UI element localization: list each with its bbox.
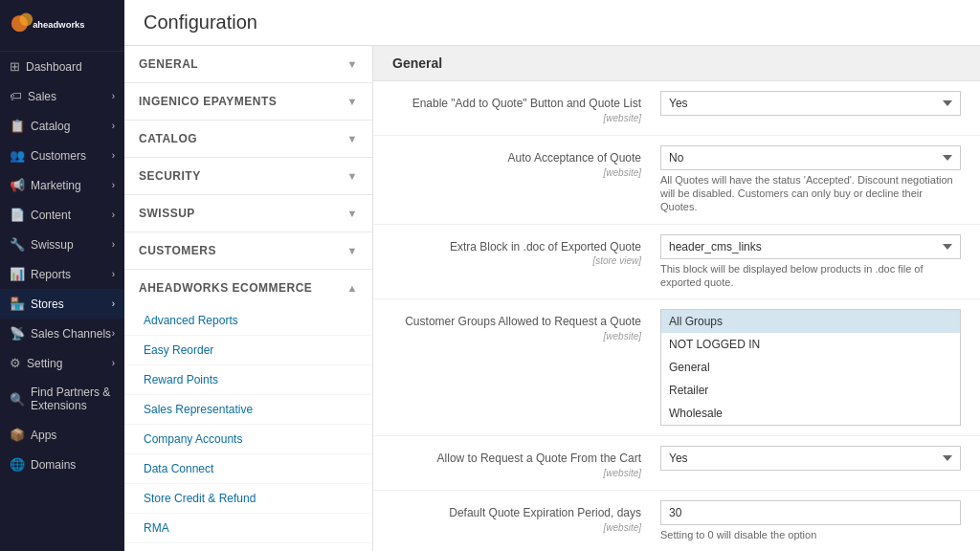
content-area: GENERAL ▼ INGENICO EPAYMENTS ▼ CATALOG ▼… bbox=[124, 46, 980, 551]
form-row-customer_groups: Customer Groups Allowed to Request a Quo… bbox=[373, 299, 980, 436]
form-row-auto_acceptance: Auto Acceptance of Quote[website]YesNoAl… bbox=[373, 136, 980, 225]
multiselect-option-retailer[interactable]: Retailer bbox=[661, 379, 960, 402]
sidebar-item-label: Sales bbox=[28, 90, 56, 103]
chevron-icon: › bbox=[112, 298, 115, 309]
svg-text:aheadworks: aheadworks bbox=[33, 19, 84, 30]
sidebar-item-label: Marketing bbox=[31, 179, 81, 192]
sidebar-item-catalog[interactable]: 📋 Catalog › bbox=[0, 111, 124, 141]
sidebar-item-customers[interactable]: 👥 Customers › bbox=[0, 141, 124, 170]
sales-icon: 🏷 bbox=[10, 89, 22, 103]
sidebar-item-label: Swissup bbox=[31, 238, 74, 252]
dashboard-icon: ⊞ bbox=[10, 59, 20, 74]
sidebar-item-label: Customers bbox=[31, 149, 86, 163]
reports-icon: 📊 bbox=[10, 267, 25, 281]
form-label-allow_from_cart: Allow to Request a Quote From the Cart[w… bbox=[392, 446, 660, 480]
chevron-icon: › bbox=[112, 209, 115, 220]
sub-item-rma[interactable]: RMA bbox=[124, 514, 372, 543]
chevron-aheadworks-icon: ▲ bbox=[347, 282, 358, 294]
swissup-icon: 🔧 bbox=[10, 237, 25, 252]
input-expiration_period[interactable] bbox=[660, 500, 961, 525]
sidebar-item-sales_channels[interactable]: 📡 Sales Channels › bbox=[0, 319, 124, 348]
form-label-enable_add_to_quote: Enable "Add to Quote" Button and Quote L… bbox=[392, 91, 660, 125]
sales_channels-icon: 📡 bbox=[10, 326, 25, 341]
select-allow_from_cart[interactable]: YesNo bbox=[660, 446, 961, 471]
accordion-label-catalog: CATALOG bbox=[139, 132, 197, 145]
sidebar-item-label: Find Partners & Extensions bbox=[31, 386, 115, 412]
sidebar-item-content[interactable]: 📄 Content › bbox=[0, 200, 124, 230]
sidebar-item-label: Dashboard bbox=[26, 60, 82, 74]
chevron-swissup-icon: ▼ bbox=[347, 208, 358, 219]
sub-item-sales_representative[interactable]: Sales Representative bbox=[124, 395, 372, 425]
sub-item-store_credit[interactable]: Store Credit & Refund bbox=[124, 484, 372, 514]
domains-icon: 🌐 bbox=[10, 457, 25, 472]
accordion-header-swissup[interactable]: SWISSUP ▼ bbox=[124, 195, 372, 231]
chevron-icon: › bbox=[112, 269, 115, 279]
accordion-header-customers[interactable]: CUSTOMERS ▼ bbox=[124, 232, 372, 269]
sidebar-item-dashboard[interactable]: ⊞ Dashboard bbox=[0, 52, 124, 81]
form-label-customer_groups: Customer Groups Allowed to Request a Quo… bbox=[392, 309, 660, 343]
accordion-header-catalog[interactable]: CATALOG ▼ bbox=[124, 121, 372, 157]
chevron-catalog-icon: ▼ bbox=[347, 133, 358, 144]
form-control-wrap-enable_add_to_quote: YesNo bbox=[660, 91, 961, 116]
sidebar-item-marketing[interactable]: 📢 Marketing › bbox=[0, 170, 124, 200]
form-control-wrap-allow_from_cart: YesNo bbox=[660, 446, 961, 471]
chevron-icon: › bbox=[112, 328, 115, 339]
content-icon: 📄 bbox=[10, 208, 25, 222]
sidebar-item-sales[interactable]: 🏷 Sales › bbox=[0, 81, 124, 111]
form-label-expiration_period: Default Quote Expiration Period, days[we… bbox=[392, 500, 660, 535]
form-label-extra_block: Extra Block in .doc of Exported Quote[st… bbox=[392, 234, 660, 269]
accordion-label-ingenico: INGENICO EPAYMENTS bbox=[139, 95, 277, 108]
apps-icon: 📦 bbox=[10, 428, 25, 442]
sidebar-item-label: Sales Channels bbox=[31, 327, 111, 341]
sidebar-item-label: Setting bbox=[27, 357, 62, 370]
accordion-item-general: GENERAL ▼ bbox=[124, 46, 372, 83]
sidebar-item-find_partners[interactable]: 🔍 Find Partners & Extensions bbox=[0, 378, 124, 420]
form-control-wrap-auto_acceptance: YesNoAll Quotes will have the status 'Ac… bbox=[660, 145, 961, 214]
sidebar-item-apps[interactable]: 📦 Apps bbox=[0, 420, 124, 450]
find_partners-icon: 🔍 bbox=[10, 392, 25, 407]
sidebar-item-domains[interactable]: 🌐 Domains bbox=[0, 450, 124, 479]
sidebar-item-label: Content bbox=[31, 209, 71, 222]
sidebar-item-label: Catalog bbox=[31, 120, 70, 133]
sidebar-item-reports[interactable]: 📊 Reports › bbox=[0, 259, 124, 289]
sub-item-easy_reorder[interactable]: Easy Reorder bbox=[124, 336, 372, 365]
select-extra_block[interactable]: header_cms_links bbox=[660, 234, 961, 259]
sub-item-advanced_reports[interactable]: Advanced Reports bbox=[124, 306, 372, 336]
chevron-icon: › bbox=[112, 239, 115, 250]
multiselect-customer_groups[interactable]: All GroupsNOT LOGGED INGeneralRetailerWh… bbox=[660, 309, 961, 426]
sidebar-item-setting[interactable]: ⚙ Setting › bbox=[0, 348, 124, 378]
select-auto_acceptance[interactable]: YesNo bbox=[660, 145, 961, 170]
accordion-header-ingenico[interactable]: INGENICO EPAYMENTS ▼ bbox=[124, 83, 372, 120]
customers-icon: 👥 bbox=[10, 148, 25, 163]
multiselect-option-not-logged-in[interactable]: NOT LOGGED IN bbox=[661, 333, 960, 356]
accordion-header-aheadworks[interactable]: AHEADWORKS ECOMMERCE ▲ bbox=[124, 270, 372, 306]
sidebar-item-swissup[interactable]: 🔧 Swissup › bbox=[0, 230, 124, 259]
form-control-wrap-expiration_period: Setting to 0 will disable the option bbox=[660, 500, 961, 541]
accordion-header-general[interactable]: GENERAL ▼ bbox=[124, 46, 372, 82]
setting-icon: ⚙ bbox=[10, 356, 21, 370]
accordion-item-catalog: CATALOG ▼ bbox=[124, 121, 372, 158]
page-title: Configuration bbox=[144, 11, 961, 33]
multiselect-option-wholesale[interactable]: Wholesale bbox=[661, 402, 960, 425]
select-enable_add_to_quote[interactable]: YesNo bbox=[660, 91, 961, 116]
accordion-header-security[interactable]: SECURITY ▼ bbox=[124, 158, 372, 194]
general-section-header[interactable]: General bbox=[373, 46, 980, 81]
sub-item-data_connect[interactable]: Data Connect bbox=[124, 454, 372, 484]
sub-item-reward_points[interactable]: Reward Points bbox=[124, 365, 372, 395]
multiselect-option-all-groups[interactable]: All Groups bbox=[661, 310, 960, 333]
sub-item-company_accounts[interactable]: Company Accounts bbox=[124, 425, 372, 454]
multiselect-option-general[interactable]: General bbox=[661, 356, 960, 379]
marketing-icon: 📢 bbox=[10, 178, 25, 192]
left-panel: GENERAL ▼ INGENICO EPAYMENTS ▼ CATALOG ▼… bbox=[124, 46, 373, 551]
accordion-label-security: SECURITY bbox=[139, 169, 201, 183]
chevron-icon: › bbox=[112, 91, 115, 101]
sidebar: aheadworks ⊞ Dashboard 🏷 Sales › 📋 Catal… bbox=[0, 0, 124, 551]
sub-item-net30[interactable]: Net 30 bbox=[124, 543, 372, 551]
form-control-wrap-extra_block: header_cms_linksThis block will be displ… bbox=[660, 234, 961, 290]
sidebar-item-stores[interactable]: 🏪 Stores › bbox=[0, 289, 124, 319]
sidebar-item-label: Domains bbox=[31, 458, 76, 472]
sidebar-item-label: Stores bbox=[31, 298, 64, 311]
right-panel: General Enable "Add to Quote" Button and… bbox=[373, 46, 980, 551]
accordion-item-aheadworks: AHEADWORKS ECOMMERCE ▲ Advanced ReportsE… bbox=[124, 270, 372, 551]
sidebar-item-label: Reports bbox=[31, 268, 71, 281]
